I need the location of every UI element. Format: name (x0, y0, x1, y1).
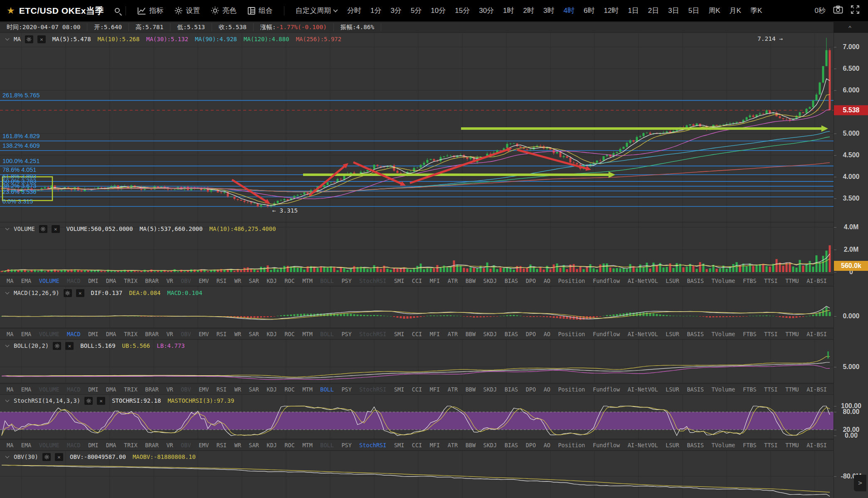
indicator-tab-TVolume[interactable]: TVolume (712, 277, 735, 284)
indicator-tab-MACD[interactable]: MACD (67, 386, 81, 393)
indicator-tab-MFI[interactable]: MFI (430, 386, 440, 393)
indicator-tab-CCI[interactable]: CCI (412, 331, 422, 337)
indicator-tab-BRAR[interactable]: BRAR (145, 386, 159, 393)
indicator-tab-LSUR[interactable]: LSUR (666, 442, 679, 448)
indicator-tab-DMI[interactable]: DMI (88, 442, 98, 448)
indicator-tab-LSUR[interactable]: LSUR (666, 277, 679, 284)
indicator-tab-EMV[interactable]: EMV (199, 386, 209, 393)
indicator-tab-ATR[interactable]: ATR (448, 386, 458, 393)
pane-collapse-icon[interactable] (5, 454, 10, 458)
indicator-tab-BOLL[interactable]: BOLL (320, 331, 334, 337)
indicator-tab-MA[interactable]: MA (7, 277, 13, 284)
indicator-tab-TRIX[interactable]: TRIX (124, 442, 138, 448)
indicator-tab-DMI[interactable]: DMI (88, 386, 98, 393)
pane-settings-button[interactable] (42, 453, 51, 461)
expand-right-button[interactable]: > (854, 475, 866, 491)
pane-close-button[interactable]: × (55, 453, 63, 461)
indicator-tab-VR[interactable]: VR (166, 386, 173, 393)
indicator-tab-AI-NetVOL[interactable]: AI-NetVOL (628, 386, 658, 393)
indicator-tab-AI-BSI[interactable]: AI-BSI (806, 386, 827, 393)
indicator-tab-OBV[interactable]: OBV (181, 442, 191, 448)
pane-collapse-icon[interactable] (5, 343, 10, 347)
pane-collapse-icon[interactable] (5, 290, 10, 295)
indicator-tab-MACD[interactable]: MACD (67, 277, 81, 284)
indicator-tab-CCI[interactable]: CCI (412, 277, 422, 284)
indicator-tab-ROC[interactable]: ROC (284, 331, 294, 337)
indicator-tab-SKDJ[interactable]: SKDJ (483, 331, 497, 337)
indicator-tab-BASIS[interactable]: BASIS (687, 277, 704, 284)
indicator-tab-TVolume[interactable]: TVolume (712, 442, 735, 448)
pane-collapse-icon[interactable] (5, 226, 10, 230)
chart-area[interactable]: MA×MA(5):5.478MA(10):5.268MA(30):5.132MA… (0, 33, 868, 498)
indicator-tab-BBW[interactable]: BBW (466, 277, 476, 284)
indicator-tab-BOLL[interactable]: BOLL (320, 386, 334, 393)
indicator-tab-ATR[interactable]: ATR (448, 277, 458, 284)
pane-collapse-icon[interactable] (5, 37, 10, 41)
indicator-tab-BBW[interactable]: BBW (466, 386, 476, 393)
indicator-tab-MTM[interactable]: MTM (302, 277, 312, 284)
indicator-tab-VOLUME[interactable]: VOLUME (39, 331, 59, 337)
indicator-tab-TTSI[interactable]: TTSI (764, 331, 778, 337)
screenshot-button[interactable] (833, 5, 843, 16)
indicator-tab-MACD[interactable]: MACD (67, 442, 81, 448)
indicator-tab-EMA[interactable]: EMA (21, 277, 31, 284)
indicator-tab-SKDJ[interactable]: SKDJ (483, 442, 497, 448)
indicator-tab-Position[interactable]: Position (558, 277, 585, 284)
pane-settings-button[interactable] (25, 35, 33, 43)
indicator-tab-FTBS[interactable]: FTBS (743, 442, 757, 448)
indicator-tab-MFI[interactable]: MFI (430, 277, 440, 284)
pane-settings-button[interactable] (64, 289, 72, 297)
indicator-tab-VOLUME[interactable]: VOLUME (39, 386, 59, 393)
indicator-tab-EMA[interactable]: EMA (21, 442, 31, 448)
indicator-tab-KDJ[interactable]: KDJ (267, 386, 277, 393)
indicator-tab-FTBS[interactable]: FTBS (743, 386, 757, 393)
indicator-tab-BIAS[interactable]: BIAS (505, 331, 518, 337)
pane-settings-button[interactable] (53, 342, 61, 350)
indicator-tab-Fundflow[interactable]: Fundflow (593, 277, 620, 284)
indicator-tab-FTBS[interactable]: FTBS (743, 331, 757, 337)
indicator-tab-RSI[interactable]: RSI (217, 386, 227, 393)
indicator-tab-MA[interactable]: MA (7, 331, 13, 337)
indicator-tab-ATR[interactable]: ATR (448, 331, 458, 337)
indicator-tab-SKDJ[interactable]: SKDJ (483, 277, 497, 284)
indicator-tab-AO[interactable]: AO (544, 442, 550, 448)
indicator-tab-Fundflow[interactable]: Fundflow (593, 331, 620, 337)
indicator-tab-AO[interactable]: AO (544, 331, 550, 337)
indicator-tab-BBW[interactable]: BBW (466, 331, 476, 337)
indicator-tab-TTMU[interactable]: TTMU (785, 277, 799, 284)
indicator-tab-DPO[interactable]: DPO (526, 442, 536, 448)
indicator-tab-TTSI[interactable]: TTSI (764, 442, 778, 448)
pane-settings-button[interactable] (84, 397, 93, 405)
pane-settings-button[interactable] (39, 225, 47, 233)
indicator-tab-StochRSI[interactable]: StochRSI (359, 386, 386, 393)
indicator-tab-DPO[interactable]: DPO (526, 277, 536, 284)
indicator-tab-AI-BSI[interactable]: AI-BSI (806, 442, 827, 448)
indicator-tab-OBV[interactable]: OBV (181, 331, 191, 337)
indicator-tab-BRAR[interactable]: BRAR (145, 331, 159, 337)
indicator-tab-RSI[interactable]: RSI (217, 331, 227, 337)
indicator-tab-MACD[interactable]: MACD (67, 331, 81, 337)
indicator-tab-PSY[interactable]: PSY (341, 277, 351, 284)
pane-close-button[interactable]: × (37, 35, 46, 43)
indicator-tab-EMA[interactable]: EMA (21, 386, 31, 393)
indicator-tab-SMI[interactable]: SMI (394, 442, 404, 448)
indicator-tab-EMV[interactable]: EMV (199, 442, 209, 448)
indicator-tab-KDJ[interactable]: KDJ (267, 331, 277, 337)
indicator-tab-TTMU[interactable]: TTMU (785, 442, 799, 448)
indicator-tab-TVolume[interactable]: TVolume (712, 331, 735, 337)
indicator-tab-TTMU[interactable]: TTMU (785, 331, 799, 337)
indicator-tab-CCI[interactable]: CCI (412, 442, 422, 448)
indicator-tab-Fundflow[interactable]: Fundflow (593, 442, 620, 448)
indicator-tab-DMA[interactable]: DMA (106, 331, 116, 337)
indicator-tab-LSUR[interactable]: LSUR (666, 331, 679, 337)
indicator-tab-DMI[interactable]: DMI (88, 277, 98, 284)
indicator-tab-BOLL[interactable]: BOLL (320, 442, 334, 448)
indicator-tab-TVolume[interactable]: TVolume (712, 386, 735, 393)
indicator-tab-BOLL[interactable]: BOLL (320, 277, 334, 284)
indicator-tab-MFI[interactable]: MFI (430, 442, 440, 448)
pane-close-button[interactable]: × (52, 225, 60, 233)
indicator-tab-SMI[interactable]: SMI (394, 277, 404, 284)
indicator-tab-WR[interactable]: WR (234, 277, 241, 284)
indicator-tab-DPO[interactable]: DPO (526, 386, 536, 393)
pane-close-button[interactable]: × (65, 342, 74, 350)
